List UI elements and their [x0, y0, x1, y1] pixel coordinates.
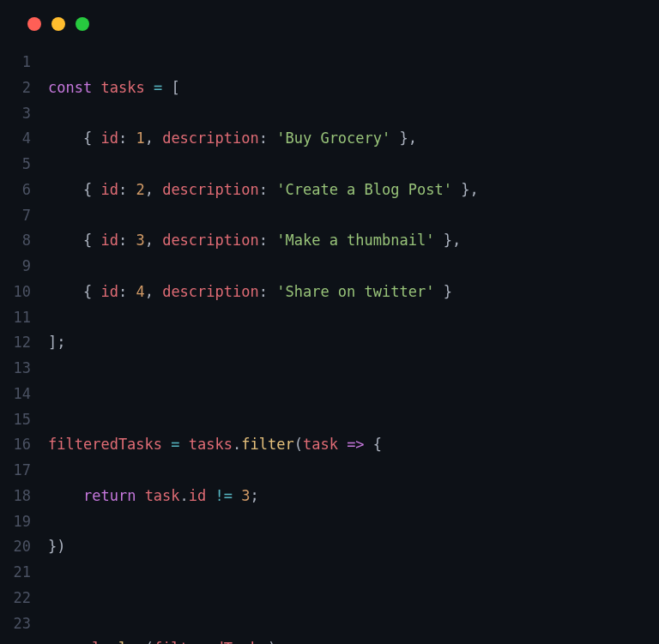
code-line: ];: [48, 330, 659, 356]
line-number: 21: [0, 560, 31, 586]
code-line: [48, 382, 659, 407]
line-number: 1: [0, 50, 31, 75]
code-line: const tasks = [: [48, 75, 659, 101]
line-number: 7: [0, 203, 31, 229]
line-number: 16: [0, 432, 31, 458]
line-number: 11: [0, 305, 31, 331]
line-number: 8: [0, 228, 31, 254]
code-line: { id: 2, description: 'Create a Blog Pos…: [48, 178, 659, 203]
line-number: 14: [0, 382, 31, 407]
line-number: 18: [0, 484, 31, 509]
code-line: console.log(filteredTasks);: [48, 636, 659, 644]
line-number: 5: [0, 152, 31, 178]
line-number: 6: [0, 178, 31, 203]
code-line: [48, 586, 659, 611]
line-number: 22: [0, 586, 31, 611]
code-line: }): [48, 534, 659, 560]
line-number: 2: [0, 75, 31, 101]
line-number: 4: [0, 126, 31, 152]
close-traffic-light[interactable]: [27, 17, 41, 31]
code-editor[interactable]: 1 2 3 4 5 6 7 8 9 10 11 12 13 14 15 16 1…: [0, 50, 659, 644]
line-number: 23: [0, 611, 31, 637]
line-number: 20: [0, 534, 31, 560]
code-line: return task.id != 3;: [48, 484, 659, 509]
line-number: 12: [0, 330, 31, 356]
minimize-traffic-light[interactable]: [51, 17, 65, 31]
line-number-gutter: 1 2 3 4 5 6 7 8 9 10 11 12 13 14 15 16 1…: [0, 50, 48, 644]
editor-window: 1 2 3 4 5 6 7 8 9 10 11 12 13 14 15 16 1…: [0, 0, 659, 644]
line-number: 17: [0, 458, 31, 484]
traffic-lights: [0, 17, 659, 50]
line-number: 15: [0, 407, 31, 433]
line-number: 13: [0, 356, 31, 382]
line-number: 9: [0, 254, 31, 280]
line-number: 19: [0, 509, 31, 535]
code-line: { id: 4, description: 'Share on twitter'…: [48, 280, 659, 305]
zoom-traffic-light[interactable]: [76, 17, 89, 31]
line-number: 3: [0, 101, 31, 127]
code-line: filteredTasks = tasks.filter(task => {: [48, 432, 659, 458]
line-number: 10: [0, 280, 31, 305]
code-area[interactable]: const tasks = [ { id: 1, description: 'B…: [48, 50, 659, 644]
code-line: { id: 3, description: 'Make a thumbnail'…: [48, 228, 659, 254]
code-line: { id: 1, description: 'Buy Grocery' },: [48, 126, 659, 152]
